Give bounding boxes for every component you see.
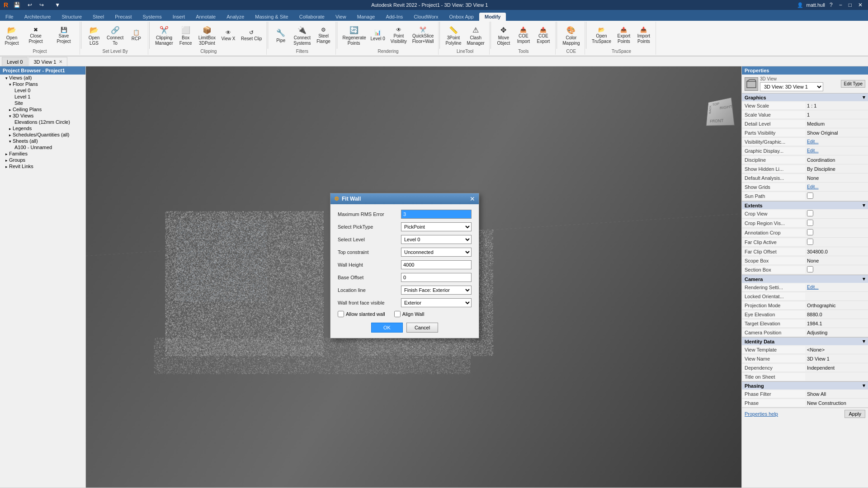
btn-connect-to[interactable]: 🔗 ConnectTo: [105, 23, 125, 47]
btn-open-lgs[interactable]: 📂 OpenLGS: [85, 23, 103, 47]
tab-precast[interactable]: Precast: [109, 13, 137, 21]
dialog-input-base-offset[interactable]: [401, 273, 472, 282]
checkbox-section-box[interactable]: [807, 266, 813, 272]
tree-item-views[interactable]: Views (all): [0, 75, 85, 81]
tab-onbox[interactable]: Onbox App: [444, 13, 479, 21]
prop-value-show-grids[interactable]: Edit...: [805, 183, 868, 190]
properties-apply-btn[interactable]: Apply: [844, 410, 865, 418]
tab-addins[interactable]: Add-Ins: [380, 13, 408, 21]
btn-move-object[interactable]: ✥ MoveObject: [495, 23, 513, 47]
tab-analyze[interactable]: Analyze: [221, 13, 250, 21]
checkbox-sun-path[interactable]: [807, 192, 813, 199]
tab-systems[interactable]: Systems: [137, 13, 167, 21]
view-selector-dropdown[interactable]: 3D View: 3D View 1: [760, 82, 823, 91]
close-btn[interactable]: ✕: [856, 2, 864, 8]
btn-open-truspace[interactable]: 📂 OpenTruSpace: [590, 25, 613, 45]
btn-coe-export[interactable]: 📤 COEExport: [534, 25, 552, 45]
qa-undo[interactable]: ↩: [26, 2, 34, 8]
dialog-ok-btn[interactable]: OK: [371, 323, 403, 333]
btn-reset-clip[interactable]: ↺ Reset Clip: [239, 28, 264, 42]
checkbox-align-wall[interactable]: [394, 311, 401, 317]
btn-color-mapping[interactable]: 🎨 ColorMapping: [561, 23, 581, 47]
tab-modify[interactable]: Modify: [479, 13, 506, 21]
dialog-select-top-constraint[interactable]: Unconnected Level 0 Level 1: [401, 248, 472, 257]
tab-architecture[interactable]: Architecture: [19, 13, 57, 21]
btn-view-x[interactable]: 👁 View X: [219, 28, 237, 42]
btn-box-fence[interactable]: ⬜ BoxFence: [177, 23, 195, 47]
tab-3dview1[interactable]: 3D View 1 ✕: [28, 57, 67, 66]
btn-connect-systems[interactable]: 🔌 ConnectSystems: [292, 23, 312, 47]
tree-item-groups[interactable]: Groups: [0, 157, 85, 163]
prop-section-phasing[interactable]: Phasing ▾: [742, 381, 868, 389]
minimize-btn[interactable]: −: [837, 2, 844, 8]
checkbox-crop-region[interactable]: [807, 220, 813, 226]
prop-section-graphics[interactable]: Graphics ▾: [742, 93, 868, 101]
btn-limitbox[interactable]: 📦 LimitBox3DPoint: [197, 23, 217, 47]
dialog-close-btn[interactable]: ✕: [470, 195, 475, 202]
prop-value-graphic-display[interactable]: Edit...: [805, 147, 868, 154]
tree-item-revit-links[interactable]: Revit Links: [0, 163, 85, 169]
tree-item-site[interactable]: Site: [0, 100, 85, 106]
tab-file[interactable]: File: [0, 13, 19, 21]
tab-steel[interactable]: Steel: [87, 13, 109, 21]
qa-save[interactable]: 💾: [12, 2, 22, 8]
btn-clash-manager[interactable]: ⚠ ClashManager: [465, 23, 486, 47]
dialog-cancel-btn[interactable]: Cancel: [406, 323, 438, 333]
help-icon[interactable]: ?: [828, 2, 835, 8]
dialog-select-level[interactable]: Level 0 Level 1: [401, 235, 472, 244]
btn-save-project[interactable]: 💾 Save Project: [51, 25, 77, 45]
btn-quickslice[interactable]: ✂️ QuickSliceFloor+Wall: [410, 25, 436, 45]
viewport[interactable]: TOP RIGHT FRONT BACK ⚙ Fit Wall ✕: [86, 66, 741, 488]
checkbox-annotation-crop[interactable]: [807, 229, 813, 235]
btn-clipping-manager[interactable]: ✂️ ClippingManager: [153, 23, 175, 47]
tree-item-a100[interactable]: A100 - Unnamed: [0, 144, 85, 150]
tree-item-ceiling-plans[interactable]: Ceiling Plans: [0, 106, 85, 113]
tab-level0[interactable]: Level 0: [2, 57, 28, 66]
dialog-select-picktype[interactable]: PickPoint PickLine PickFace: [401, 222, 472, 231]
btn-3point-polyline[interactable]: 📏 3PointPolyline: [443, 23, 463, 47]
tree-item-legends[interactable]: Legends: [0, 125, 85, 131]
tree-item-floor-plans[interactable]: Floor Plans: [0, 81, 85, 87]
dialog-select-front-face[interactable]: Exterior Interior Both: [401, 298, 472, 307]
prop-section-extents[interactable]: Extents ▾: [742, 201, 868, 209]
checkbox-slanted-wall[interactable]: [338, 311, 344, 317]
tree-item-elevations[interactable]: Elevations (12mm Circle): [0, 119, 85, 125]
tree-item-level0[interactable]: Level 0: [0, 87, 85, 94]
tab-collaborate[interactable]: Collaborate: [294, 13, 330, 21]
tab-cloudworx[interactable]: CloudWorx: [408, 13, 443, 21]
tree-item-sheets[interactable]: Sheets (all): [0, 138, 85, 144]
prop-value-visibility[interactable]: Edit...: [805, 138, 868, 145]
dialog-input-rms-error[interactable]: [401, 210, 472, 219]
checkbox-crop-view[interactable]: [807, 210, 813, 216]
tab-manage[interactable]: Manage: [352, 13, 381, 21]
btn-level0[interactable]: 📊 Level 0: [369, 28, 387, 42]
tab-annotate[interactable]: Annotate: [190, 13, 221, 21]
btn-pipe[interactable]: 🔧 Pipe: [272, 26, 290, 44]
tree-item-schedules[interactable]: Schedules/Quantities (all): [0, 131, 85, 138]
maximize-btn[interactable]: □: [847, 2, 854, 8]
btn-rcp[interactable]: 📋 RCP: [127, 28, 145, 42]
tree-item-families[interactable]: Families: [0, 150, 85, 157]
tab-insert[interactable]: Insert: [167, 13, 191, 21]
tab-3dview1-close[interactable]: ✕: [59, 59, 62, 64]
tree-item-3d-views[interactable]: 3D Views: [0, 113, 85, 119]
tree-item-level1[interactable]: Level 1: [0, 94, 85, 100]
tab-massing[interactable]: Massing & Site: [250, 13, 293, 21]
btn-regenerate-points[interactable]: 🔄 RegeneratePoints: [341, 23, 367, 47]
checkbox-far-clip-active[interactable]: [807, 239, 813, 245]
dialog-select-location-line[interactable]: Finish Face: Exterior Finish Face: Inter…: [401, 286, 472, 295]
dialog-input-wall-height[interactable]: [401, 260, 472, 269]
properties-help-link[interactable]: Properties help: [745, 411, 778, 417]
btn-close-project[interactable]: ✖ Close Project: [23, 25, 49, 45]
btn-import-points[interactable]: 📥 ImportPoints: [635, 25, 653, 45]
prop-section-identity[interactable]: Identity Data ▾: [742, 337, 868, 345]
btn-point-visibility[interactable]: 👁 PointVisibility: [389, 25, 409, 45]
prop-value-rendering-settings[interactable]: Edit...: [805, 284, 868, 291]
tab-view[interactable]: View: [330, 13, 352, 21]
btn-coe-import[interactable]: 📥 COEImport: [514, 25, 533, 45]
btn-open-project[interactable]: 📂 OpenProject: [3, 23, 21, 47]
btn-export-points[interactable]: 📤 ExportPoints: [615, 25, 633, 45]
qa-redo[interactable]: ↪: [38, 2, 46, 8]
prop-section-camera[interactable]: Camera ▾: [742, 275, 868, 283]
qa-settings[interactable]: ▼: [53, 2, 62, 8]
